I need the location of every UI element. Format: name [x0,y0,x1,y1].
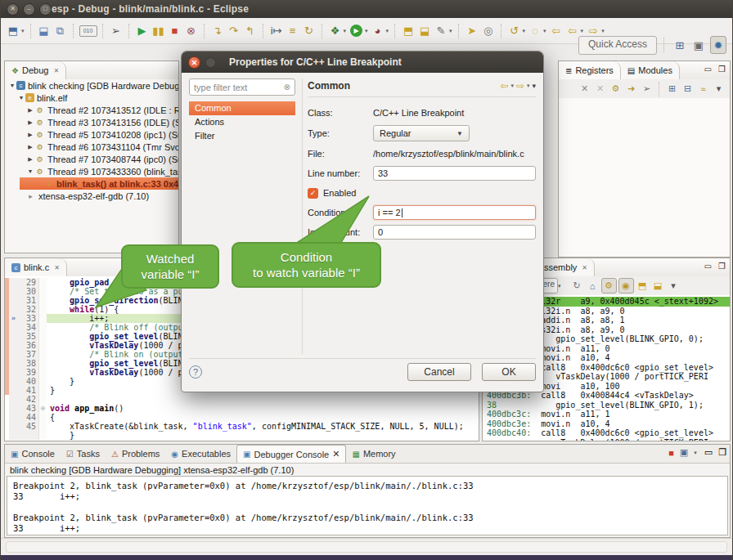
window-maximize-icon[interactable]: □ [39,3,52,16]
view-menu-icon[interactable]: ▾ [667,279,681,293]
disassembly-line[interactable]: 400dbc3e: movi.n a10, 4 [483,419,730,429]
skip-all-breakpoints-icon[interactable]: ➢ [109,23,124,39]
breakpoint-gutter[interactable] [9,296,18,305]
open-perspective-icon[interactable]: ⊞ [672,37,687,53]
tab-console[interactable]: ▣Console [5,445,61,463]
filter-input[interactable]: type filter text ⊗ [189,78,295,96]
step-over-icon[interactable]: ↷ [227,23,241,39]
tree-item[interactable]: ▶⚙Thread #7 1073408744 (ipc0) (Susp [5,153,178,165]
edit-dropdown-icon[interactable]: ▾ [449,28,452,34]
expand-icon[interactable]: ▶ [26,132,34,138]
disassembly-line[interactable]: 38 gpio_set_level(BLINK_GPIO, 1); [483,401,730,410]
tab-debugger-console[interactable]: ▣Debugger Console✕ [236,445,346,463]
tab-tasks[interactable]: ☑Tasks [61,445,106,463]
tab-blink-c[interactable]: c blink.c ✕ [5,258,67,276]
disassembly-line[interactable]: 400dbc40: call8 0x400dc6c0 <gpio_set_lev… [483,428,730,438]
line-number-field[interactable]: 33 [373,166,536,181]
expand-icon[interactable]: ▶ [26,107,34,114]
breakpoint-gutter[interactable] [9,368,18,377]
breakpoint-gutter[interactable] [9,278,18,287]
tree-item[interactable]: ▶⚙Thread #6 1073431104 (Tmr Svc) (Su [5,141,178,153]
import-project-icon[interactable]: ⬓ [417,23,432,39]
maximize-icon[interactable]: ❒ [718,65,726,74]
console-dropdown-icon[interactable]: ▾ [694,450,697,456]
breakpoint-gutter[interactable] [9,377,18,386]
dialog-minimize-icon[interactable] [205,57,216,68]
expand-icon[interactable]: ▶ [26,156,34,163]
step-into-icon[interactable]: ↴ [210,23,225,39]
maximize-icon[interactable]: ❒ [718,262,726,271]
tree-item[interactable]: ▼⚙Thread #9 1073433360 (blink_task [5,165,178,177]
expand-icon[interactable]: ▶ [26,144,34,150]
remove-all-icon[interactable]: ✕ [578,82,591,96]
sync-active-icon[interactable]: ⚙ [601,278,617,293]
layout-icon[interactable]: ≈ [696,82,710,96]
quick-access-button[interactable]: Quick Access [578,36,657,55]
view-menu-icon[interactable]: ▾ [532,82,536,90]
back-icon[interactable]: ⇦ [500,80,508,92]
forward-icon[interactable]: ⇨ [516,80,524,92]
tab-memory[interactable]: ▦Memory [346,445,401,463]
back-dropdown-icon[interactable]: ▾ [581,28,584,34]
suspend-icon[interactable]: ▮▮ [151,23,166,39]
tab-executables[interactable]: ◉Executables [165,445,236,463]
show-columns-icon[interactable]: ⚙ [609,82,623,96]
display-console-icon[interactable]: ▣ [680,447,688,458]
tab-problems[interactable]: ⚠Problems [106,445,165,463]
import-icon[interactable]: ➜ [624,82,638,96]
tree-item[interactable]: ▸xtensa-esp32-elf-gdb (7.10) [5,190,178,202]
build-binary-icon[interactable]: 010 [79,25,97,37]
save-all-icon[interactable]: ⧉ [53,23,68,39]
back-icon[interactable]: ⇦ [565,23,580,39]
close-icon[interactable]: ✕ [53,67,59,74]
breakpoint-gutter[interactable] [9,359,18,368]
type-select[interactable]: Regular ▼ [373,125,470,141]
open-new-view-icon[interactable]: ⬒ [636,279,650,293]
step-return-icon[interactable]: ↰ [243,23,258,39]
edit-icon[interactable]: ✎ [434,23,448,39]
editor-line[interactable]: 44{ [5,413,479,422]
highlight-icon[interactable]: ➤ [465,23,479,39]
breakpoint-gutter[interactable] [9,395,18,404]
dialog-nav-common[interactable]: Common [189,101,295,115]
coverage-dropdown-icon[interactable]: ▾ [386,28,389,34]
restart-icon[interactable]: ↻ [302,23,317,39]
cancel-button[interactable]: Cancel [407,363,471,381]
forward-dropdown-icon[interactable]: ▾ [527,83,530,89]
terminate-icon[interactable]: ■ [668,448,674,458]
debug-icon[interactable]: ❖ [328,23,343,39]
new-wizard-dropdown-icon[interactable]: ▾ [21,28,25,34]
last-edit-location-dropdown-icon[interactable]: ▾ [523,28,526,34]
disconnect-icon[interactable]: ⊗ [184,23,199,39]
expand-icon[interactable]: ▼ [17,95,25,101]
terminate-icon[interactable]: ■ [168,23,182,39]
run-icon[interactable]: ▶ [350,25,362,37]
editor-line[interactable]: 43⊖void app_main() [5,404,479,413]
refresh-icon[interactable]: ↻ [570,279,584,293]
editor-line[interactable]: } [5,431,479,440]
fold-icon[interactable]: ⊖ [38,404,47,413]
pin-icon[interactable]: ➢ [640,82,654,96]
breakpoint-gutter[interactable] [9,431,18,440]
close-icon[interactable]: ✕ [54,264,60,271]
minimize-icon[interactable]: ▭ [704,65,712,74]
tree-item[interactable]: ▼eblink.elf [5,92,178,104]
breakpoint-gutter[interactable] [9,422,18,431]
location-dropdown-icon[interactable]: ▾ [558,283,561,289]
dialog-nav-filter[interactable]: Filter [189,129,295,143]
expand-icon[interactable]: ▼ [8,83,16,88]
forward-dropdown-icon[interactable]: ▾ [601,28,605,34]
disassembly-line[interactable]: vTaskDelay(1000 / portTICK_PERI [483,438,730,441]
previous-edit-icon[interactable]: ⇦ [549,23,564,39]
debug-perspective-icon[interactable]: ✹ [710,36,726,54]
disassembly-line[interactable]: 400dbc3c: movi.n a11, 1 [483,410,730,419]
instruction-stepping-icon[interactable]: i↦ [269,23,284,39]
show-source-icon[interactable]: ◉ [618,278,634,293]
dialog-nav-actions[interactable]: Actions [189,115,295,129]
breakpoint-gutter[interactable] [9,305,18,314]
tree-item[interactable]: ▶⚙Thread #5 1073410208 (ipc1) (Susp [5,128,178,141]
expand-icon[interactable]: ▶ [26,119,34,126]
condition-field[interactable]: i == 2 [373,205,536,220]
ok-button[interactable]: OK [482,363,536,381]
save-icon[interactable]: ⬓ [37,23,52,39]
